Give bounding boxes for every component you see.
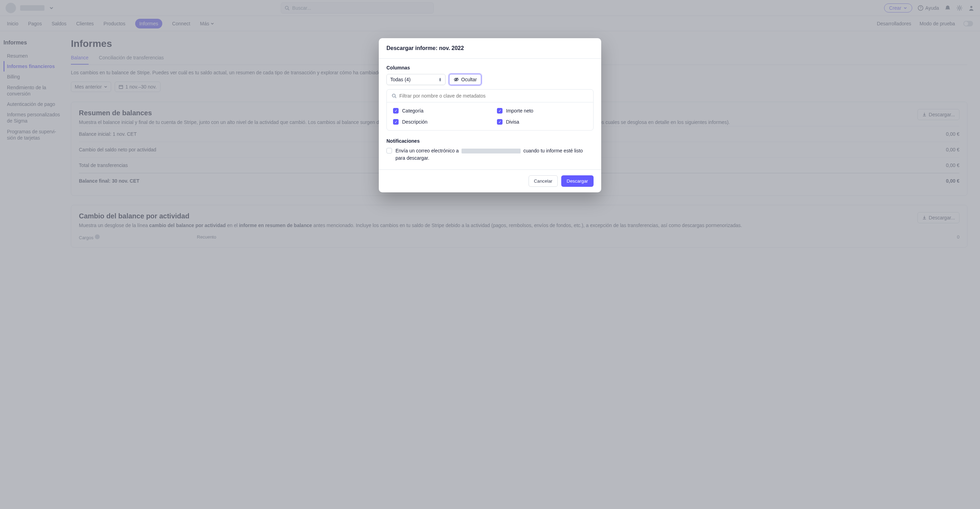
checkbox-checked-icon: ✓ <box>393 119 399 125</box>
download-button[interactable]: Descargar <box>561 175 593 187</box>
eye-off-icon <box>453 77 459 82</box>
checkbox-checked-icon: ✓ <box>497 108 503 114</box>
columns-filter-input[interactable] <box>387 90 593 102</box>
hide-label: Ocultar <box>461 77 477 82</box>
hide-button[interactable]: Ocultar <box>449 74 481 85</box>
updown-icon: ▲▼ <box>439 78 442 82</box>
columns-filter-box: ✓ Categoría ✓ Importe neto ✓ Descripción <box>387 89 593 130</box>
check-importe-neto[interactable]: ✓ Importe neto <box>497 108 587 114</box>
columns-select-value: Todas (4) <box>390 77 410 82</box>
email-placeholder <box>461 149 520 154</box>
modal-title: Descargar informe: nov. 2022 <box>379 38 601 59</box>
notification-option[interactable]: Envía un correo electrónico a cuando tu … <box>387 147 593 162</box>
checkbox-unchecked-icon[interactable] <box>387 148 392 154</box>
check-label: Categoría <box>402 108 423 114</box>
notification-text: Envía un correo electrónico a cuando tu … <box>396 147 593 162</box>
download-report-modal: Descargar informe: nov. 2022 Columnas To… <box>379 38 601 192</box>
modal-backdrop[interactable]: Descargar informe: nov. 2022 Columnas To… <box>0 0 980 509</box>
cancel-button[interactable]: Cancelar <box>528 175 557 187</box>
check-divisa[interactable]: ✓ Divisa <box>497 119 587 125</box>
checkbox-checked-icon: ✓ <box>393 108 399 114</box>
search-icon <box>391 94 396 98</box>
check-categoria[interactable]: ✓ Categoría <box>393 108 483 114</box>
check-label: Importe neto <box>506 108 533 114</box>
notifications-label: Notificaciones <box>387 138 593 144</box>
check-label: Divisa <box>506 119 519 125</box>
check-label: Descripción <box>402 119 428 125</box>
check-descripcion[interactable]: ✓ Descripción <box>393 119 483 125</box>
checkbox-checked-icon: ✓ <box>497 119 503 125</box>
filter-text-field[interactable] <box>399 93 589 98</box>
columns-label: Columnas <box>387 65 593 70</box>
svg-point-7 <box>392 94 396 97</box>
columns-select[interactable]: Todas (4) ▲▼ <box>387 74 445 85</box>
